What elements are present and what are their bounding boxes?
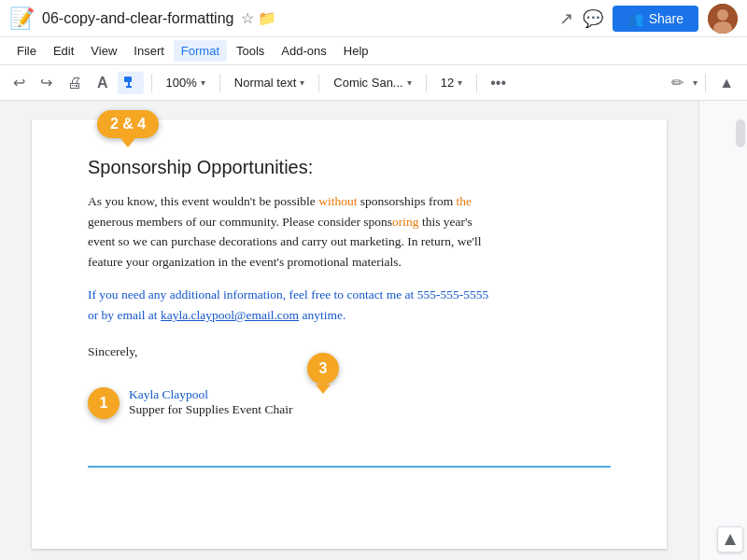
scrollbar-thumb[interactable]: [736, 119, 745, 147]
menu-addons[interactable]: Add-ons: [274, 40, 333, 62]
menu-help[interactable]: Help: [336, 40, 376, 62]
svg-point-1: [717, 9, 728, 21]
chart-icon[interactable]: ↗: [559, 8, 573, 29]
doc-title-text: Supper for Supplies Event Chair: [129, 402, 292, 417]
more-button[interactable]: •••: [485, 71, 512, 95]
doc-name: Kayla Claypool: [129, 387, 292, 402]
edit-dropdown-arrow[interactable]: ▾: [693, 77, 698, 88]
menu-file[interactable]: File: [9, 40, 44, 62]
share-button[interactable]: 👥 Share: [613, 6, 698, 32]
email-link[interactable]: kayla.claypool@email.com: [161, 308, 299, 322]
menu-tools[interactable]: Tools: [229, 40, 272, 62]
doc-icon: 📝: [9, 7, 35, 31]
doc-sincerely: Sincerely,: [88, 344, 611, 359]
sep3: [318, 74, 319, 92]
style-select[interactable]: Normal text ▾: [228, 72, 311, 93]
svg-rect-3: [124, 77, 132, 82]
toolbar-right: ✏ ▾ ▲: [666, 70, 740, 95]
doc-para1: As you know, this event wouldn't be poss…: [88, 191, 611, 272]
sep2: [219, 74, 220, 92]
paint-format-button[interactable]: [118, 72, 144, 94]
toolbar: ↩ ↪ 🖨 A 100% ▾ Normal text ▾ Comic San..…: [0, 65, 747, 101]
folder-icon[interactable]: 📁: [258, 9, 276, 27]
menu-edit[interactable]: Edit: [46, 40, 81, 62]
menu-view[interactable]: View: [83, 40, 124, 62]
highlight-the: the: [457, 194, 472, 208]
highlight-oring: oring: [392, 215, 419, 229]
style-arrow: ▾: [300, 77, 304, 88]
star-icon[interactable]: ☆: [241, 9, 254, 27]
sep1: [151, 74, 152, 92]
spellcheck-button[interactable]: A: [92, 71, 114, 95]
menu-format[interactable]: Format: [174, 40, 227, 62]
bubble-1: 1: [88, 387, 120, 419]
doc-page: 2 & 4 Sponsorship Opportunities: As you …: [32, 119, 667, 549]
font-arrow: ▾: [407, 77, 412, 88]
doc-area: 2 & 4 Sponsorship Opportunities: As you …: [0, 101, 747, 560]
title-right-actions: ↗ 💬 👥 Share: [559, 4, 738, 34]
doc-scroll[interactable]: 2 & 4 Sponsorship Opportunities: As you …: [0, 101, 698, 560]
doc-title: 06-copy-and-clear-formatting: [42, 10, 233, 27]
menu-bar: File Edit View Insert Format Tools Add-o…: [0, 37, 747, 65]
fontsize-select[interactable]: 12 ▾: [434, 72, 469, 93]
share-icon: 👥: [627, 11, 643, 26]
font-select[interactable]: Comic San... ▾: [327, 72, 417, 93]
zoom-select[interactable]: 100% ▾: [160, 72, 212, 93]
comment-icon[interactable]: 💬: [583, 8, 603, 29]
doc-divider: [88, 466, 611, 468]
edit-icon-button[interactable]: ✏: [666, 70, 689, 95]
sep6: [705, 74, 706, 92]
corner-button[interactable]: [717, 526, 743, 553]
doc-para2: If you need any additional information, …: [88, 285, 611, 325]
undo-button[interactable]: ↩: [7, 70, 31, 95]
collapse-button[interactable]: ▲: [713, 71, 740, 95]
fontsize-arrow: ▾: [458, 77, 462, 88]
svg-marker-6: [725, 534, 736, 545]
sep5: [476, 74, 477, 92]
sep4: [426, 74, 427, 92]
redo-button[interactable]: ↪: [35, 70, 58, 95]
doc-heading: Sponsorship Opportunities:: [88, 157, 611, 178]
title-bar: 📝 06-copy-and-clear-formatting ☆ 📁 ↗ 💬 👥…: [0, 0, 747, 37]
bubble-2-4: 2 & 4: [97, 110, 159, 138]
bubble-3: 3: [307, 353, 339, 385]
menu-insert[interactable]: Insert: [126, 40, 172, 62]
avatar: [708, 4, 738, 34]
zoom-arrow: ▾: [201, 77, 205, 88]
print-button[interactable]: 🖨: [62, 71, 88, 95]
signature-block: Kayla Claypool Supper for Supplies Event…: [129, 387, 292, 417]
svg-rect-5: [126, 86, 132, 88]
scroll-area[interactable]: [699, 101, 747, 560]
highlight-without: without: [318, 194, 357, 208]
